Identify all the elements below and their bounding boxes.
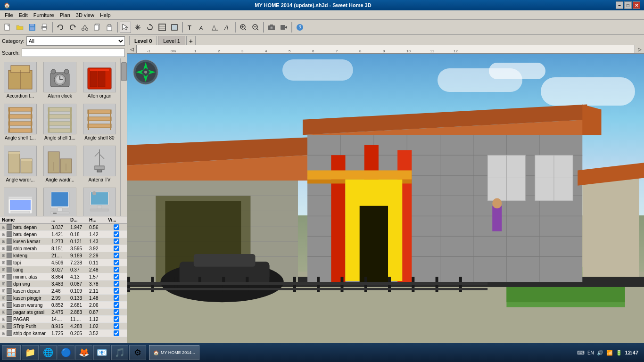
zoom-out-button[interactable] <box>250 22 261 33</box>
camera-button[interactable] <box>266 22 277 33</box>
select-tool[interactable] <box>120 22 131 33</box>
room-tool[interactable] <box>169 22 180 33</box>
prop-visible[interactable] <box>107 295 126 301</box>
menu-file[interactable]: File <box>2 12 16 18</box>
taskbar-start[interactable]: 🪟 <box>2 345 21 360</box>
list-item[interactable]: Apple iMac ... <box>81 186 118 216</box>
list-item[interactable]: Angle shelf 1... <box>2 102 39 142</box>
3d-canvas[interactable] <box>127 54 644 348</box>
pan-tool[interactable] <box>132 22 143 33</box>
print-button[interactable] <box>39 22 50 33</box>
prop-visible[interactable] <box>107 267 126 272</box>
navigation-compass[interactable] <box>133 59 159 85</box>
table-row[interactable]: ⊞ strip dpn kamar 1.725 0.205 3.52 <box>0 330 127 337</box>
table-row[interactable]: ⊞ topi 4.506 7.238 0.11 <box>0 259 127 266</box>
table-row[interactable]: ⊞ dpn wrg 3.483 0.087 3.78 <box>0 280 127 288</box>
add-level-button[interactable]: + <box>186 36 196 45</box>
font-tool[interactable]: A <box>222 22 233 33</box>
menu-plan[interactable]: Plan <box>57 12 73 18</box>
list-item[interactable]: Apple iMac ... <box>41 186 78 216</box>
visibility-checkbox[interactable] <box>114 239 119 244</box>
search-input[interactable] <box>22 49 125 57</box>
table-row[interactable]: ⊞ kusen warung 0.852 2.681 2.06 <box>0 302 127 309</box>
visibility-checkbox[interactable] <box>114 231 119 237</box>
menu-furniture[interactable]: Furniture <box>31 12 57 18</box>
rotate-tool[interactable] <box>144 22 156 33</box>
maximize-button[interactable]: □ <box>624 1 632 9</box>
prop-visible[interactable] <box>107 330 126 336</box>
taskbar-app7[interactable]: ⚙ <box>129 345 146 360</box>
table-row[interactable]: ⊞ tiang 3.027 0.37 2.48 <box>0 266 127 273</box>
prop-visible[interactable] <box>107 224 126 230</box>
undo-button[interactable] <box>55 22 66 33</box>
minimize-button[interactable]: – <box>616 1 623 9</box>
category-select[interactable]: All <box>26 36 125 46</box>
table-row[interactable]: ⊞ minim. atas 8.864 4.13 1.57 <box>0 273 127 280</box>
table-row[interactable]: ⊞ kusen pinggir 2.99 0.133 1.48 <box>0 295 127 302</box>
prop-visible[interactable] <box>107 316 126 322</box>
list-item[interactable]: Alarm clock <box>41 60 78 100</box>
prop-visible[interactable] <box>107 260 126 265</box>
table-row[interactable]: ⊞ pagar ats grasi 2.475 2.883 0.87 <box>0 309 127 316</box>
visibility-checkbox[interactable] <box>114 316 119 322</box>
prop-visible[interactable] <box>107 302 126 308</box>
prop-visible[interactable] <box>107 246 126 251</box>
close-button[interactable]: ✕ <box>633 1 640 9</box>
list-item[interactable]: Angle wardr... <box>2 144 39 184</box>
taskbar-app5[interactable]: 📧 <box>93 345 110 360</box>
zoom-in-button[interactable] <box>238 22 249 33</box>
visibility-checkbox[interactable] <box>114 288 119 294</box>
list-item[interactable]: Angle wardr... <box>41 144 78 184</box>
table-row[interactable]: ⊞ knteng 21.... 9.189 2.29 <box>0 252 127 259</box>
taskbar-app2[interactable]: 🌐 <box>40 345 57 360</box>
ruler-left-arrow[interactable]: ◁ <box>127 45 137 54</box>
tab-level1[interactable]: Level 1 <box>158 36 185 45</box>
prop-visible[interactable] <box>107 274 126 280</box>
visibility-checkbox[interactable] <box>114 309 119 315</box>
open-button[interactable] <box>14 22 25 33</box>
wall-tool[interactable] <box>157 22 168 33</box>
grid-scroll-thumb[interactable] <box>121 62 127 81</box>
prop-visible[interactable] <box>107 231 126 237</box>
prop-visible[interactable] <box>107 323 126 329</box>
taskbar-app4[interactable]: 🦊 <box>75 345 92 360</box>
help-button[interactable]: ? <box>294 22 305 33</box>
taskbar-active-app[interactable]: 🏠 MY HOME 2014... <box>149 345 199 360</box>
menu-help[interactable]: Help <box>97 12 114 18</box>
prop-visible[interactable] <box>107 239 126 244</box>
prop-visible[interactable] <box>107 253 126 258</box>
list-item[interactable]: Allen organ <box>81 60 118 100</box>
visibility-checkbox[interactable] <box>114 281 119 287</box>
paste-button[interactable] <box>104 22 115 33</box>
text-tool[interactable]: T <box>185 22 196 33</box>
visibility-checkbox[interactable] <box>114 246 119 251</box>
table-row[interactable]: ⊞ STrip Putih 8.915 4.288 1.02 <box>0 323 127 330</box>
table-row[interactable]: ⊞ kusen kamar 1.273 0.131 1.43 <box>0 238 127 245</box>
compass-tool[interactable]: A <box>209 22 221 33</box>
visibility-checkbox[interactable] <box>114 260 119 265</box>
grid-scrollbar[interactable] <box>120 58 127 216</box>
save-button[interactable] <box>26 22 38 33</box>
list-item[interactable]: Angle shelf 80 <box>81 102 118 142</box>
menu-3dview[interactable]: 3D view <box>73 12 97 18</box>
new-button[interactable] <box>2 22 13 33</box>
table-row[interactable]: ⊞ strip merah 8.151 3.595 3.92 <box>0 245 127 252</box>
menu-edit[interactable]: Edit <box>16 12 31 18</box>
table-row[interactable]: ⊞ PAGAR 14.... 11.... 1.12 <box>0 316 127 323</box>
visibility-checkbox[interactable] <box>114 323 119 329</box>
list-item[interactable]: Angle shelf 1... <box>41 102 78 142</box>
list-item[interactable]: Antena TV <box>81 144 118 184</box>
video-button[interactable] <box>278 22 289 33</box>
dimension-tool[interactable]: A <box>197 22 208 33</box>
visibility-checkbox[interactable] <box>114 330 119 336</box>
tab-level0[interactable]: Level 0 <box>129 36 157 45</box>
prop-visible[interactable] <box>107 281 126 287</box>
visibility-checkbox[interactable] <box>114 274 119 280</box>
visibility-checkbox[interactable] <box>114 302 119 308</box>
copy-button[interactable] <box>91 22 103 33</box>
cut-button[interactable] <box>79 22 91 33</box>
ruler-right-arrow[interactable]: ▷ <box>635 45 644 54</box>
taskbar-app6[interactable]: 🎵 <box>111 345 128 360</box>
taskbar-app1[interactable]: 📁 <box>22 345 39 360</box>
taskbar-app3[interactable]: 🔵 <box>58 345 74 360</box>
